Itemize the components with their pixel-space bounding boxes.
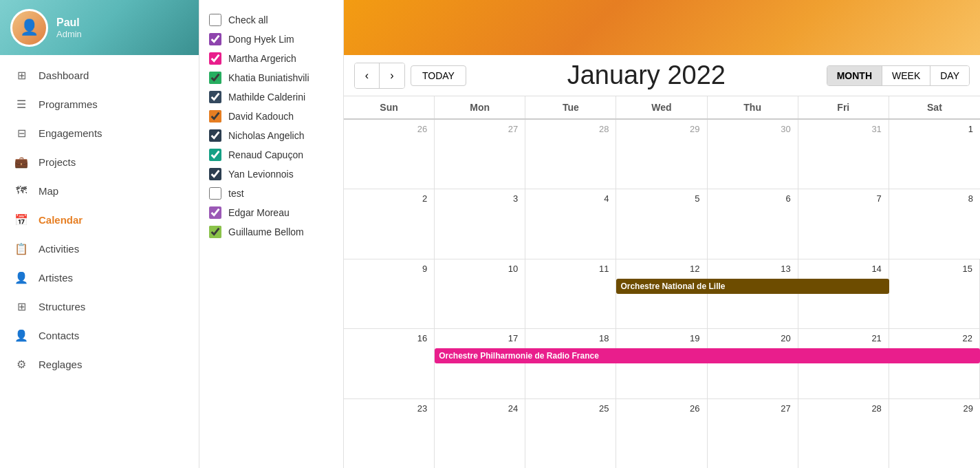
user-name: Paul (56, 17, 82, 29)
check-all-label: Check all (228, 14, 268, 25)
check-item-checkbox[interactable] (209, 226, 221, 238)
day-number: 25 (530, 402, 611, 416)
check-item[interactable]: Martha Argerich (206, 49, 336, 68)
sidebar-item-engagements[interactable]: ⊟ Engagements (0, 118, 199, 147)
contacts-icon: 👤 (14, 328, 29, 343)
sidebar-item-programmes[interactable]: ☰ Programmes (0, 89, 199, 118)
sidebar-item-activities[interactable]: 📋 Activities (0, 234, 199, 263)
cal-day[interactable]: 21 (798, 329, 889, 398)
check-all-checkbox[interactable] (209, 14, 221, 26)
cal-day[interactable]: 28 (525, 120, 616, 189)
check-item-label: Martha Argerich (228, 53, 296, 64)
day-number: 1 (893, 123, 976, 137)
day-number: 19 (620, 332, 702, 346)
cal-day[interactable]: 30 (708, 120, 798, 189)
check-item-checkbox[interactable] (209, 33, 221, 45)
cal-day[interactable]: 16 (344, 329, 435, 398)
prev-button[interactable]: ‹ (355, 63, 380, 88)
check-item-checkbox[interactable] (209, 206, 221, 219)
sidebar-item-contacts[interactable]: 👤 Contacts (0, 321, 199, 350)
check-item-checkbox[interactable] (209, 168, 221, 180)
check-item[interactable]: Dong Hyek Lim (206, 30, 336, 49)
cal-day[interactable]: 19 (616, 329, 707, 398)
sidebar-item-artistes[interactable]: 👤 Artistes (0, 263, 199, 292)
check-item[interactable]: Renaud Capuçon (206, 145, 336, 164)
view-btn-day[interactable]: DAY (930, 66, 969, 85)
day-number: 16 (348, 332, 430, 346)
cal-day[interactable]: 27 (708, 399, 798, 468)
cal-day[interactable]: 28 (798, 399, 889, 468)
check-item[interactable]: Khatia Buniatishvili (206, 68, 336, 87)
view-btn-week[interactable]: WEEK (882, 66, 930, 85)
cal-day[interactable]: 14 (798, 259, 889, 328)
check-item[interactable]: Edgar Moreau (206, 203, 336, 222)
view-btn-group: MONTHWEEKDAY (827, 65, 970, 86)
check-item[interactable]: test (206, 184, 336, 203)
sidebar-item-label: Artistes (39, 272, 73, 284)
cal-day[interactable]: 31 (798, 120, 889, 189)
check-item[interactable]: Yan Levionnois (206, 164, 336, 184)
cal-day[interactable]: 10 (435, 259, 525, 328)
cal-day[interactable]: 17 (435, 329, 525, 398)
cal-day[interactable]: 3 (435, 189, 525, 258)
projects-icon: 💼 (14, 154, 29, 169)
check-item-checkbox[interactable] (209, 110, 221, 123)
check-item[interactable]: Nicholas Angelich (206, 126, 336, 145)
cal-day[interactable]: 29 (616, 120, 707, 189)
cal-day[interactable]: 13 (708, 259, 798, 328)
sidebar-item-label: Contacts (39, 330, 79, 341)
cal-day[interactable]: 20 (708, 329, 798, 398)
cal-day[interactable]: 15 (889, 259, 980, 328)
cal-day[interactable]: 24 (435, 399, 525, 468)
cal-day[interactable]: 4 (525, 189, 616, 258)
check-item-label: Yan Levionnois (228, 169, 294, 180)
sidebar-item-calendar[interactable]: 📅 Calendar (0, 205, 199, 234)
cal-day[interactable]: 11 (525, 259, 616, 328)
cal-day[interactable]: 2 (344, 189, 435, 258)
cal-day[interactable]: 12 (616, 259, 707, 328)
check-all-item[interactable]: Check all (206, 10, 336, 30)
sidebar-item-reglages[interactable]: ⚙ Reglages (0, 350, 199, 379)
day-number: 24 (439, 402, 521, 416)
cal-day[interactable]: 26 (616, 399, 707, 468)
cal-day[interactable]: 25 (525, 399, 616, 468)
check-item-checkbox[interactable] (209, 129, 221, 142)
sidebar-item-projects[interactable]: 💼 Projects (0, 147, 199, 176)
cal-day[interactable]: 29 (889, 399, 980, 468)
check-item[interactable]: Guillaume Bellom (206, 222, 336, 242)
check-item-checkbox[interactable] (209, 72, 221, 84)
cal-day[interactable]: 26 (344, 120, 435, 189)
cal-day[interactable]: 5 (616, 189, 707, 258)
cal-day[interactable]: 23 (344, 399, 435, 468)
calendar-toolbar: ‹ › TODAY January 2022 MONTHWEEKDAY (344, 55, 980, 96)
event-bar-2[interactable]: Orchestre Philharmonie de Radio France (435, 348, 980, 363)
check-item-checkbox[interactable] (209, 91, 221, 103)
cal-day[interactable]: 6 (708, 189, 798, 258)
cal-day[interactable]: 9 (344, 259, 435, 328)
sidebar-item-label: Programmes (39, 98, 98, 110)
calendar-header-row: SunMonTueWedThuFriSat (344, 96, 980, 120)
day-number: 14 (803, 262, 884, 277)
check-item-checkbox[interactable] (209, 52, 221, 65)
cal-day[interactable]: 7 (798, 189, 889, 258)
sidebar-item-structures[interactable]: ⊞ Structures (0, 292, 199, 321)
cal-day[interactable]: 22 (889, 329, 980, 398)
event-bar-1[interactable]: Orchestre National de Lille (616, 279, 889, 294)
today-button[interactable]: TODAY (411, 65, 466, 86)
cal-day[interactable]: 27 (435, 120, 525, 189)
sidebar-item-map[interactable]: 🗺 Map (0, 176, 199, 205)
check-item[interactable]: Mathilde Calderini (206, 87, 336, 107)
cal-day[interactable]: 8 (889, 189, 980, 258)
check-item-checkbox[interactable] (209, 149, 221, 161)
day-number: 30 (712, 123, 794, 137)
nav-btn-group: ‹ › (354, 63, 405, 89)
cal-day[interactable]: 1 (889, 120, 980, 189)
sidebar-item-dashboard[interactable]: ⊞ Dashboard (0, 61, 199, 89)
check-item[interactable]: David Kadouch (206, 107, 336, 126)
engagements-icon: ⊟ (14, 125, 29, 140)
view-btn-month[interactable]: MONTH (827, 66, 882, 85)
cal-day[interactable]: 18 (525, 329, 616, 398)
dashboard-icon: ⊞ (14, 67, 29, 83)
next-button[interactable]: › (380, 63, 404, 88)
check-item-checkbox[interactable] (209, 187, 221, 200)
